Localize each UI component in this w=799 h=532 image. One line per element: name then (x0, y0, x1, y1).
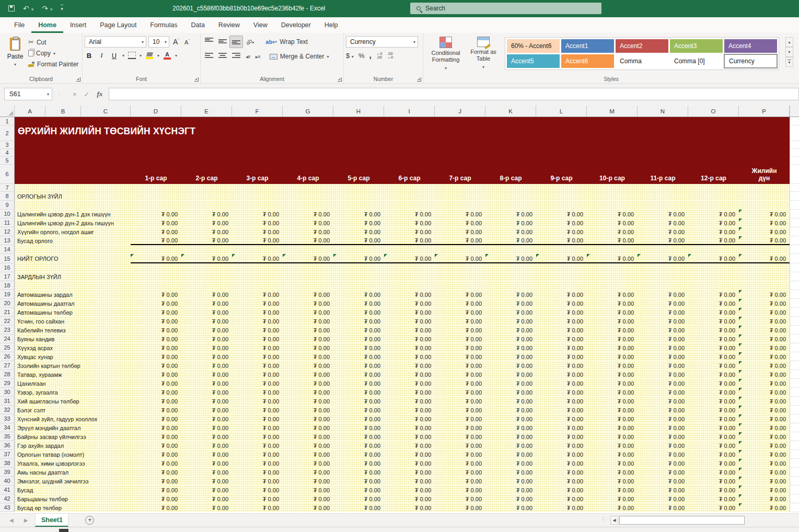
value-cell[interactable]: ₮ 0.00 (587, 227, 638, 236)
value-cell[interactable]: ₮ 0.00 (536, 441, 587, 450)
partial-cell[interactable] (790, 125, 799, 141)
value-cell[interactable]: ₮ 0.00 (536, 503, 587, 512)
value-cell[interactable]: ₮ 0.00 (485, 441, 536, 450)
value-cell[interactable]: ₮ 0.00 (638, 441, 688, 450)
value-cell[interactable]: ₮ 0.00 (435, 406, 485, 414)
value-cell[interactable]: ₮ 0.00 (435, 254, 485, 262)
partial-cell[interactable] (790, 141, 799, 149)
name-box[interactable]: S61▾ (4, 88, 52, 100)
value-cell[interactable]: ₮ 0.00 (232, 388, 283, 397)
value-cell[interactable]: ₮ 0.00 (485, 254, 536, 262)
tab-home[interactable]: Home (31, 17, 63, 33)
row-header-8[interactable]: 8 (0, 192, 15, 201)
partial-cell[interactable] (790, 184, 799, 192)
value-cell[interactable]: ₮ 0.00 (739, 485, 790, 494)
value-cell[interactable]: ₮ 0.00 (283, 370, 333, 379)
row-label[interactable]: Эмнэлэг, шүдний эмчилгээ (17, 478, 88, 484)
month-header-11[interactable]: 11-р сар (638, 165, 688, 184)
value-cell[interactable]: ₮ 0.00 (587, 441, 638, 450)
value-cell[interactable]: ₮ 0.00 (688, 370, 739, 379)
underline-button[interactable]: U (110, 52, 119, 60)
row-header-30[interactable]: 30 (0, 388, 15, 397)
value-cell[interactable]: ₮ 0.00 (688, 477, 739, 485)
value-cell[interactable]: ₮ 0.00 (181, 352, 232, 361)
value-cell[interactable]: ₮ 0.00 (536, 459, 587, 468)
increase-indent-button[interactable]: ▸≡ (253, 52, 262, 61)
value-cell[interactable]: ₮ 0.00 (739, 290, 790, 299)
value-cell[interactable]: ₮ 0.00 (181, 406, 232, 414)
row-label[interactable]: Автомашины даатгал (17, 300, 74, 307)
row-content-16[interactable] (15, 263, 790, 272)
value-cell[interactable]: ₮ 0.00 (181, 290, 232, 299)
value-cell[interactable]: ₮ 0.00 (333, 477, 384, 485)
style-accent4[interactable]: Accent4 (724, 39, 777, 53)
value-cell[interactable]: ₮ 0.00 (181, 494, 232, 503)
value-cell[interactable]: ₮ 0.00 (333, 254, 384, 262)
value-cell[interactable]: ₮ 0.00 (688, 485, 739, 494)
value-cell[interactable]: ₮ 0.00 (536, 299, 587, 308)
value-cell[interactable]: ₮ 0.00 (232, 406, 283, 414)
partial-cell[interactable] (790, 343, 799, 352)
row-label[interactable]: Хий ашигласны төлбөр (17, 398, 79, 404)
row-header-9[interactable]: 9 (0, 201, 15, 210)
value-cell[interactable]: ₮ 0.00 (435, 370, 485, 379)
value-cell[interactable]: ₮ 0.00 (536, 210, 587, 218)
value-cell[interactable]: ₮ 0.00 (435, 450, 485, 459)
month-header-7[interactable]: 7-р сар (435, 165, 485, 184)
row-label[interactable]: Буяны хандив (17, 336, 54, 342)
value-cell[interactable]: ₮ 0.00 (638, 414, 688, 423)
value-cell[interactable]: ₮ 0.00 (181, 370, 232, 379)
value-cell[interactable]: ₮ 0.00 (181, 441, 232, 450)
value-cell[interactable]: ₮ 0.00 (536, 388, 587, 397)
value-cell[interactable]: ₮ 0.00 (587, 361, 638, 370)
increase-decimal-button[interactable]: ←0.00 (376, 52, 383, 59)
row-label[interactable]: Кабелийн телевиз (17, 327, 66, 333)
orientation-button[interactable]: ab▾ (244, 37, 256, 47)
value-cell[interactable]: ₮ 0.00 (384, 308, 435, 317)
value-cell[interactable]: ₮ 0.00 (688, 494, 739, 503)
prev-sheet-icon[interactable]: ◀ (9, 517, 14, 523)
value-cell[interactable]: ₮ 0.00 (587, 379, 638, 388)
row-header-14[interactable]: 14 (0, 245, 15, 254)
value-cell[interactable]: ₮ 0.00 (485, 361, 536, 370)
value-cell[interactable]: ₮ 0.00 (232, 210, 283, 218)
row-header-34[interactable]: 34 (0, 423, 15, 432)
value-cell[interactable]: ₮ 0.00 (435, 477, 485, 485)
value-cell[interactable]: ₮ 0.00 (283, 210, 333, 218)
value-cell[interactable]: ₮ 0.00 (638, 406, 688, 414)
row-label[interactable]: Автомашины зардал (17, 292, 73, 298)
partial-cell[interactable] (790, 494, 799, 503)
tab-review[interactable]: Review (212, 17, 247, 33)
value-cell[interactable]: ₮ 0.00 (131, 441, 181, 450)
style-comma-0-[interactable]: Comma [0] (670, 54, 723, 68)
row-header-11[interactable]: 11 (0, 218, 15, 227)
row-label[interactable]: Үзвэр, зугаалга (17, 389, 58, 396)
row-content-15[interactable]: НИЙТ ОРЛОГО₮ 0.00₮ 0.00₮ 0.00₮ 0.00₮ 0.0… (15, 254, 790, 263)
section-label[interactable]: ОРЛОГЫН ЗҮЙЛ (17, 193, 62, 200)
month-header-4[interactable]: 4-р сар (283, 165, 333, 184)
value-cell[interactable]: ₮ 0.00 (283, 361, 333, 370)
value-cell[interactable]: ₮ 0.00 (283, 494, 333, 503)
value-cell[interactable]: ₮ 0.00 (384, 388, 435, 397)
value-cell[interactable]: ₮ 0.00 (435, 432, 485, 441)
value-cell[interactable]: ₮ 0.00 (485, 334, 536, 343)
row-header-40[interactable]: 40 (0, 477, 15, 485)
borders-icon[interactable] (128, 52, 136, 59)
tab-data[interactable]: Data (184, 17, 211, 33)
value-cell[interactable]: ₮ 0.00 (131, 485, 181, 494)
partial-cell[interactable] (790, 477, 799, 485)
row-content-35[interactable]: Байрны засвар үйлчилгээ₮ 0.00₮ 0.00₮ 0.0… (15, 432, 790, 441)
value-cell[interactable]: ₮ 0.00 (283, 254, 333, 262)
column-header-D[interactable]: D (131, 106, 181, 117)
row-label[interactable]: Бусад орлого (17, 238, 53, 244)
value-cell[interactable]: ₮ 0.00 (384, 468, 435, 477)
column-header-O[interactable]: O (688, 106, 739, 117)
value-cell[interactable]: ₮ 0.00 (485, 379, 536, 388)
value-cell[interactable]: ₮ 0.00 (333, 379, 384, 388)
value-cell[interactable]: ₮ 0.00 (638, 432, 688, 441)
row-header-27[interactable]: 27 (0, 361, 15, 370)
value-cell[interactable]: ₮ 0.00 (131, 352, 181, 361)
row-content-5[interactable] (15, 157, 790, 165)
value-cell[interactable]: ₮ 0.00 (435, 299, 485, 308)
value-cell[interactable]: ₮ 0.00 (283, 227, 333, 236)
